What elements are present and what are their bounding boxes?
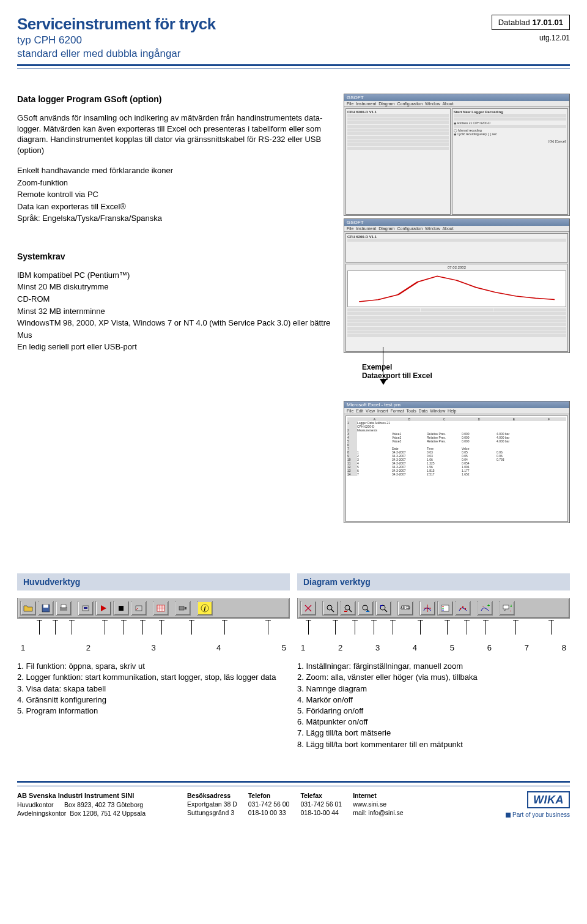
gsoft-screenshot-2: GSOFT File Instrument Diagram Configurat…: [344, 218, 570, 353]
config-icon[interactable]: [175, 601, 191, 616]
main-tool-legend: 1. Fil funktion: öppna, spara, skriv ut …: [17, 661, 290, 717]
svg-point-35: [462, 606, 463, 608]
chart-plot: [347, 270, 566, 307]
footer-value: 018-10 00 33: [248, 808, 290, 817]
legend-item: 5. Förklaring on/off: [297, 706, 570, 717]
zoom-right-icon[interactable]: [358, 601, 374, 616]
svg-point-19: [345, 605, 350, 610]
diagram-tool-numbers: 1 2 3 4 5 6 7 8: [297, 643, 570, 652]
footer-heading: Telefon: [248, 791, 290, 800]
gsoft-description: GSoft används för insamling och indikeri…: [17, 113, 331, 155]
feature-item: Enkelt handhavande med förklarande ikone…: [17, 165, 331, 176]
legend-item: 4. Markör on/off: [297, 695, 570, 706]
info-icon[interactable]: i: [197, 601, 213, 616]
diagram-tool-legend: 1. Inställningar: färginställningar, man…: [297, 661, 570, 750]
legend-item: 2. Zoom: alla, vänster eller höger (via …: [297, 672, 570, 683]
footer-value: Suttungsgränd 3: [187, 808, 237, 817]
feature-item: Remote kontroll via PC: [17, 189, 331, 200]
sysreq-list: IBM kompatibel PC (Pentium™) Minst 20 MB…: [17, 270, 331, 352]
page-header: Serviceinstrument för tryck typ CPH 6200…: [17, 15, 570, 66]
gsoft-screenshot-1: GSOFT File Instrument Diagram Configurat…: [344, 94, 570, 216]
table-icon[interactable]: [153, 601, 169, 616]
main-toolbar: i: [17, 598, 290, 619]
legend-item: 1. Fil funktion: öppna, spara, skriv ut: [17, 661, 290, 672]
connect-icon[interactable]: [78, 601, 94, 616]
sysreq-item: Minst 20 MB diskutrymme: [17, 281, 331, 292]
svg-text:+: +: [487, 603, 490, 608]
sysreq-item: Mus: [17, 330, 331, 341]
feature-item: Språk: Engelska/Tyska/Franska/Spanska: [17, 213, 331, 224]
svg-line-20: [349, 609, 352, 612]
svg-rect-13: [179, 606, 184, 610]
footer-label: Huvudkontor: [17, 801, 54, 808]
sysreq-item: En ledig seriell port eller USB-port: [17, 341, 331, 352]
zoom-all-icon[interactable]: [322, 601, 338, 616]
legend-item: 4. Gränsnitt konfigurering: [17, 695, 290, 706]
arrow-label: Exempel Dataexport till Excel: [362, 363, 570, 380]
svg-line-18: [331, 609, 334, 612]
svg-rect-14: [185, 607, 186, 609]
chart-title: 07.02.2002: [347, 266, 566, 269]
zoom-left-icon[interactable]: [340, 601, 356, 616]
cursor-toggle-icon[interactable]: [419, 601, 435, 616]
section-sysreq-title: Systemkrav: [17, 251, 331, 263]
svg-point-25: [380, 605, 385, 610]
page-footer: AB Svenska Industri Instrument SINI Huvu…: [17, 781, 570, 819]
excel-screenshot: Microsoft Excel - test.prn File Edit Vie…: [344, 401, 570, 523]
read-icon[interactable]: [131, 601, 147, 616]
print-icon[interactable]: [56, 601, 72, 616]
stop-icon[interactable]: [113, 601, 129, 616]
svg-text:-: -: [482, 603, 484, 608]
subtitle-1: typ CPH 6200: [17, 34, 216, 47]
footer-value: 031-742 56 00: [248, 800, 290, 808]
section-gsoft-title: Data logger Program GSoft (option): [17, 94, 331, 105]
legend-item: 3. Visa data: skapa tabell: [17, 684, 290, 695]
footer-heading: Besöksadress: [187, 791, 237, 800]
footer-heading: Internet: [353, 791, 403, 800]
svg-rect-1: [43, 605, 48, 608]
svg-text:+: +: [510, 604, 512, 608]
play-icon[interactable]: [95, 601, 111, 616]
datasheet-box: Datablad 17.01.01: [492, 15, 570, 30]
legend-item: 6. Mätpunkter on/off: [297, 717, 570, 728]
add-series-icon[interactable]: +-: [477, 601, 493, 616]
open-icon[interactable]: [20, 601, 36, 616]
svg-text:-: -: [510, 608, 512, 613]
add-comment-icon[interactable]: +-: [499, 601, 515, 616]
svg-point-34: [460, 608, 461, 609]
legend-item: 8. Lägg till/ta bort kommentarer till en…: [297, 739, 570, 750]
gsoft-feature-list: Enkelt handhavande med förklarande ikone…: [17, 165, 331, 224]
points-toggle-icon[interactable]: [455, 601, 471, 616]
svg-rect-6: [119, 606, 124, 611]
svg-rect-5: [84, 607, 87, 609]
company-name: AB Svenska Industri Instrument SINI: [17, 791, 176, 800]
svg-rect-24: [366, 611, 369, 612]
main-tools-header: Huvudverktyg: [17, 573, 290, 591]
tagline: Part of your business: [506, 811, 570, 819]
zoom-back-icon[interactable]: [375, 601, 391, 616]
subtitle-2: standard eller med dubbla ingångar: [17, 47, 216, 61]
svg-rect-7: [136, 606, 142, 611]
legend-item: 1. Inställningar: färginställningar, man…: [297, 661, 570, 672]
legend-toggle-icon[interactable]: [437, 601, 453, 616]
header-rule: [17, 69, 570, 69]
svg-point-22: [363, 605, 367, 610]
footer-label: Avdelningskontor: [17, 810, 66, 817]
footer-value: Box 8923, 402 73 Göteborg: [64, 801, 143, 808]
svg-rect-39: [503, 605, 509, 609]
footer-value: Box 1208, 751 42 Uppsala: [70, 810, 146, 817]
legend-item: 2. Logger funktion: start kommunikation,…: [17, 672, 290, 683]
page-title: Serviceinstrument för tryck: [17, 15, 216, 34]
footer-value: Exportgatan 38 D: [187, 800, 237, 808]
feature-item: Zoom-funktion: [17, 177, 331, 188]
name-diagram-icon[interactable]: AB CD: [397, 601, 413, 616]
settings-icon[interactable]: [300, 601, 316, 616]
svg-text:AB CD: AB CD: [401, 606, 410, 609]
sysreq-item: IBM kompatibel PC (Pentium™): [17, 270, 331, 281]
footer-value: www.sini.se: [353, 800, 403, 808]
sysreq-item: CD-ROM: [17, 294, 331, 305]
footer-value: mail: info@sini.se: [353, 808, 403, 817]
svg-text:i: i: [204, 605, 206, 612]
svg-rect-21: [344, 611, 347, 612]
save-icon[interactable]: [38, 601, 54, 616]
